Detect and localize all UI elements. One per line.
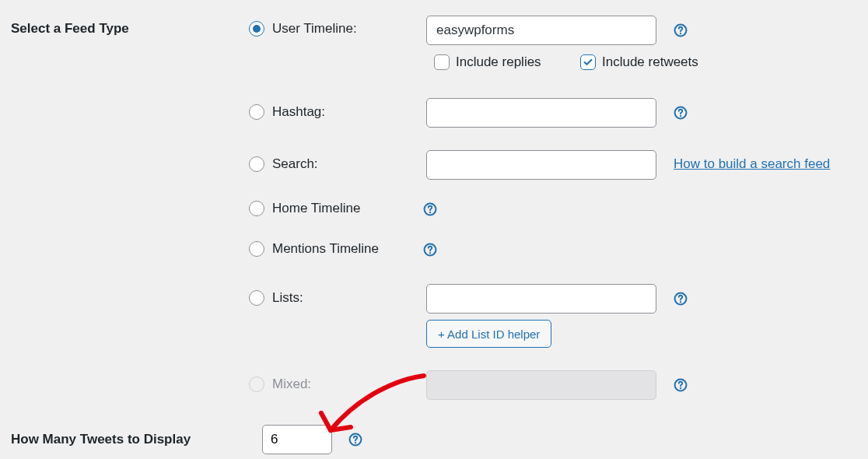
- radio-home-timeline[interactable]: [249, 201, 264, 216]
- section-feed-type-label: Select a Feed Type: [11, 21, 129, 37]
- help-icon[interactable]: [423, 243, 437, 257]
- help-icon[interactable]: [423, 202, 437, 216]
- help-icon[interactable]: [674, 378, 688, 392]
- svg-point-13: [355, 442, 356, 443]
- input-search[interactable]: [426, 150, 656, 180]
- radio-label-search: Search:: [272, 156, 318, 172]
- input-hashtag[interactable]: [426, 98, 656, 128]
- input-mixed: [426, 370, 656, 400]
- radio-label-mentions-timeline: Mentions Timeline: [272, 241, 379, 257]
- radio-label-user-timeline: User Timeline:: [272, 21, 357, 37]
- help-icon[interactable]: [348, 433, 362, 447]
- svg-point-3: [680, 115, 681, 117]
- radio-row-user-timeline: User Timeline:: [249, 21, 357, 37]
- svg-point-11: [680, 387, 681, 389]
- check-row-include-retweets: Include retweets: [580, 54, 698, 70]
- label-include-replies: Include replies: [456, 54, 541, 70]
- button-add-list-id-helper[interactable]: + Add List ID helper: [426, 320, 551, 348]
- radio-row-home-timeline: Home Timeline: [249, 201, 360, 216]
- check-row-include-replies: Include replies: [434, 54, 541, 70]
- label-include-retweets: Include retweets: [602, 54, 698, 70]
- input-tweet-count[interactable]: [262, 425, 332, 454]
- radio-hashtag[interactable]: [249, 104, 264, 120]
- checkbox-include-replies[interactable]: [434, 54, 450, 70]
- radio-row-mentions-timeline: Mentions Timeline: [249, 241, 379, 257]
- radio-row-hashtag: Hashtag:: [249, 104, 325, 120]
- svg-point-9: [680, 301, 681, 303]
- radio-label-hashtag: Hashtag:: [272, 104, 325, 120]
- radio-label-home-timeline: Home Timeline: [272, 201, 360, 216]
- radio-label-lists: Lists:: [272, 290, 303, 306]
- svg-point-1: [680, 33, 681, 34]
- help-icon[interactable]: [674, 23, 688, 37]
- radio-row-mixed: Mixed:: [249, 377, 311, 392]
- radio-row-search: Search:: [249, 156, 318, 172]
- radio-row-lists: Lists:: [249, 290, 303, 306]
- svg-point-7: [429, 252, 431, 254]
- help-icon[interactable]: [674, 292, 688, 306]
- radio-mentions-timeline[interactable]: [249, 241, 264, 257]
- radio-search[interactable]: [249, 156, 264, 172]
- svg-point-5: [429, 212, 431, 213]
- checkbox-include-retweets[interactable]: [580, 54, 596, 70]
- section-tweet-count-label: How Many Tweets to Display: [11, 432, 191, 447]
- radio-label-mixed: Mixed:: [272, 377, 311, 392]
- help-icon[interactable]: [674, 106, 688, 120]
- radio-user-timeline[interactable]: [249, 21, 264, 37]
- radio-lists[interactable]: [249, 290, 264, 306]
- input-user-timeline[interactable]: [426, 16, 656, 45]
- link-search-help[interactable]: How to build a search feed: [674, 156, 830, 172]
- input-lists[interactable]: [426, 284, 656, 314]
- radio-mixed: [249, 377, 264, 392]
